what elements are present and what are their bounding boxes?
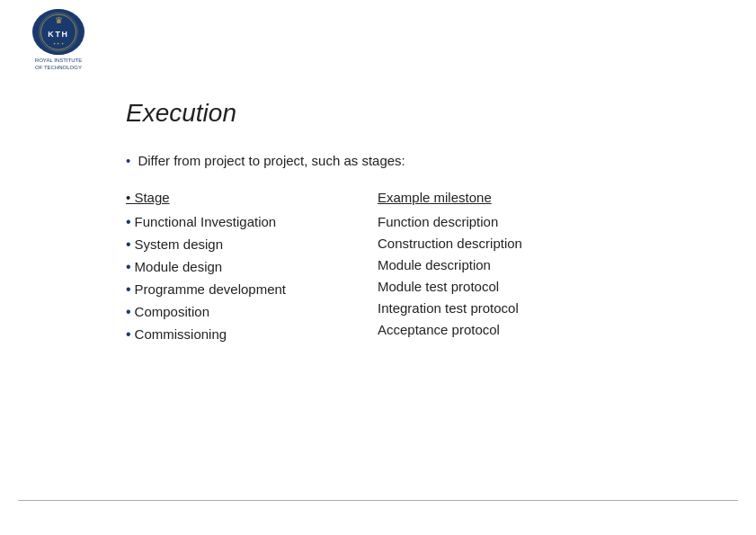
kth-logo-svg: ♛ KTH ✦ ✦ ✦ [32,9,84,55]
content-table: • Stage •Functional Investigation•System… [126,190,630,349]
milestone-item: Acceptance protocol [378,322,630,337]
stage-label: Composition [135,304,209,319]
stage-label: System design [135,236,223,252]
bullet-icon: • [126,259,131,275]
milestone-item: Integration test protocol [378,300,630,316]
svg-text:♛: ♛ [55,15,63,25]
intro-bullet: • [126,153,130,168]
footer-divider [18,500,738,501]
logo-circle: ♛ KTH ✦ ✦ ✦ [32,9,84,55]
milestone-rows: Function descriptionConstruction descrip… [378,214,630,337]
intro-text: • Differ from project to project, such a… [126,153,630,168]
header: ♛ KTH ✦ ✦ ✦ ROYAL INSTITUTE OF TECHNOLOG… [0,0,756,81]
stage-item: •Functional Investigation [126,214,378,230]
bullet-icon: • [126,326,131,343]
stage-item: •System design [126,236,378,253]
stage-column: • Stage •Functional Investigation•System… [126,190,378,349]
stage-rows: •Functional Investigation•System design•… [126,214,378,343]
logo-container: ♛ KTH ✦ ✦ ✦ ROYAL INSTITUTE OF TECHNOLOG… [18,9,99,72]
stage-label: Programme development [135,281,286,297]
stage-item: •Module design [126,259,378,275]
stage-item: •Programme development [126,281,378,298]
bullet-icon: • [126,304,131,320]
stage-column-header: • Stage [126,190,378,205]
milestone-item: Construction description [378,236,630,251]
bullet-icon: • [126,236,131,253]
stage-item: •Commissioning [126,326,378,343]
bullet-icon: • [126,214,131,230]
slide: ♛ KTH ✦ ✦ ✦ ROYAL INSTITUTE OF TECHNOLOG… [0,0,756,535]
intro-content: Differ from project to project, such as … [138,153,405,168]
milestone-item: Module description [378,257,630,272]
stage-item: •Composition [126,304,378,320]
svg-text:✦ ✦ ✦: ✦ ✦ ✦ [53,41,64,46]
page-title: Execution [126,99,630,128]
milestone-item: Module test protocol [378,279,630,294]
bullet-icon: • [126,281,131,298]
stage-label: Commissioning [135,326,227,342]
content-area: Execution • Differ from project to proje… [0,81,756,535]
svg-text:KTH: KTH [48,30,69,39]
logo-subtitle: ROYAL INSTITUTE OF TECHNOLOGY [35,58,82,72]
milestone-item: Function description [378,214,630,229]
stage-label: Module design [135,259,223,274]
stage-label: Functional Investigation [135,214,277,229]
milestone-column-header: Example milestone [378,190,630,205]
milestone-column: Example milestone Function descriptionCo… [378,190,630,349]
